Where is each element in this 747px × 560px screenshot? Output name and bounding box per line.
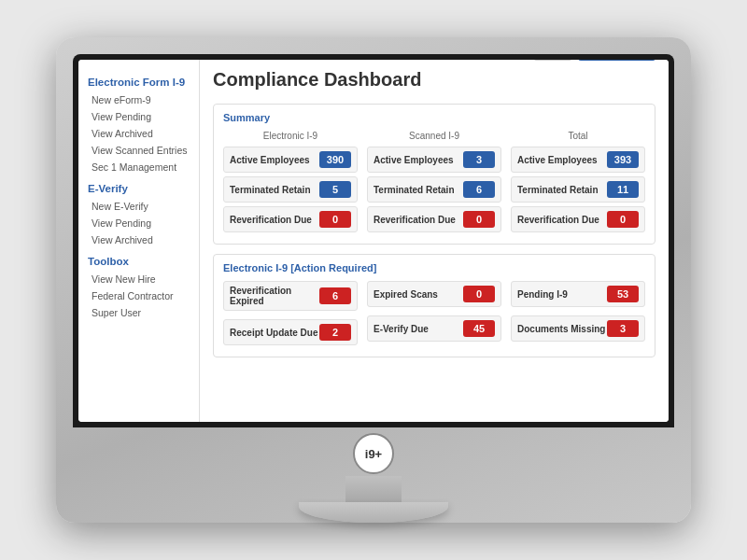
sidebar-link-new-eform[interactable]: New eForm-9: [78, 91, 199, 108]
stat-label: Reverification Expired: [230, 286, 319, 306]
stat-row: Documents Missing 3: [511, 315, 645, 342]
stat-row: Reverification Expired 6: [223, 281, 358, 311]
stat-badge[interactable]: 6: [463, 181, 495, 198]
sidebar: Electronic Form I-9 New eForm-9 View Pen…: [78, 60, 200, 422]
summary-col-header-2: Total: [511, 131, 645, 141]
stat-badge[interactable]: 5: [319, 181, 351, 198]
stat-badge[interactable]: 393: [607, 151, 639, 168]
action-required-label: Electronic I-9 [Action Required]: [223, 262, 645, 273]
sidebar-link-view-pending-2[interactable]: View Pending: [78, 215, 199, 231]
sidebar-link-federal[interactable]: Federal Contractor: [78, 287, 199, 304]
sidebar-section-toolbox: Toolbox: [78, 248, 199, 271]
stat-row: E-Verify Due 45: [367, 315, 501, 342]
summary-label: Summary: [223, 112, 645, 123]
stat-row: Active Employees 393: [511, 147, 645, 173]
stat-badge[interactable]: 0: [463, 286, 495, 302]
stat-row: Reverification Due 0: [223, 206, 358, 232]
summary-col-header-1: Scanned I-9: [367, 131, 501, 141]
monitor-bezel: Electronic Form I-9 New eForm-9 View Pen…: [73, 54, 674, 427]
summary-section: Summary Electronic I-9 Active Employees …: [213, 104, 655, 245]
stat-row: Reverification Due 0: [367, 206, 501, 232]
stat-label: Active Employees: [517, 155, 607, 165]
hierarchy-view-button[interactable]: Hierarchy View: [578, 60, 655, 61]
action-grid: Reverification Expired 6 Receipt Update …: [223, 281, 645, 349]
summary-grid: Electronic I-9 Active Employees 390 Term…: [223, 131, 645, 236]
stat-label: Receipt Update Due: [230, 328, 319, 338]
sidebar-link-view-scanned[interactable]: View Scanned Entries: [78, 142, 199, 159]
stat-label: Pending I-9: [517, 289, 607, 300]
action-required-section: Electronic I-9 [Action Required] Reverif…: [213, 254, 655, 357]
stat-badge[interactable]: 2: [319, 324, 351, 341]
stat-row: Terminated Retain 11: [511, 176, 645, 203]
summary-col-electronic: Electronic I-9 Active Employees 390 Term…: [223, 131, 358, 236]
stat-label: E-Verify Due: [374, 324, 463, 334]
stat-label: Expired Scans: [374, 289, 463, 300]
sidebar-link-sec1[interactable]: Sec 1 Management: [78, 159, 199, 175]
sidebar-link-new-everify[interactable]: New E-Verify: [78, 198, 199, 215]
stat-label: Terminated Retain: [374, 185, 463, 195]
stat-badge[interactable]: 0: [607, 211, 639, 228]
stat-row: Pending I-9 53: [511, 281, 645, 307]
stat-row: Active Employees 390: [223, 147, 358, 173]
sidebar-link-new-hire[interactable]: View New Hire: [78, 271, 199, 287]
stat-label: Terminated Retain: [230, 185, 319, 195]
stat-row: Receipt Update Due 2: [223, 319, 358, 345]
stat-badge[interactable]: 6: [319, 287, 351, 304]
stat-label: Reverification Due: [230, 215, 319, 225]
stat-badge[interactable]: 0: [319, 211, 351, 228]
sidebar-section-electronic: Electronic Form I-9: [78, 69, 199, 91]
stat-badge[interactable]: 0: [463, 211, 495, 228]
sidebar-link-view-archived-2[interactable]: View Archived: [78, 231, 199, 248]
summary-col-scanned: Scanned I-9 Active Employees 3 Terminate…: [367, 131, 501, 236]
action-col-2: Pending I-9 53 Documents Missing 3: [511, 281, 645, 349]
sidebar-link-super-user[interactable]: Super User: [78, 304, 199, 321]
stat-label: Active Employees: [230, 155, 319, 165]
stat-badge[interactable]: 11: [607, 181, 639, 198]
stat-label: Reverification Due: [374, 215, 463, 225]
view-toggle: Company View All Hierarchy View: [465, 60, 655, 61]
summary-col-header-0: Electronic I-9: [223, 131, 358, 141]
stat-label: Terminated Retain: [517, 185, 607, 195]
summary-col-total: Total Active Employees 393 Terminated Re…: [511, 131, 645, 236]
monitor-screen: Electronic Form I-9 New eForm-9 View Pen…: [78, 60, 669, 422]
stat-label: Reverification Due: [517, 215, 607, 225]
stat-row: Active Employees 3: [367, 147, 501, 173]
action-col-1: Expired Scans 0 E-Verify Due 45: [367, 281, 501, 349]
stat-row: Reverification Due 0: [511, 206, 645, 232]
stat-badge[interactable]: 45: [463, 320, 495, 337]
monitor-base: [299, 502, 448, 523]
sidebar-section-everify: E-Verify: [78, 175, 199, 198]
stat-badge[interactable]: 3: [463, 151, 495, 168]
action-col-0: Reverification Expired 6 Receipt Update …: [223, 281, 358, 349]
stat-badge[interactable]: 53: [607, 286, 639, 302]
stat-badge[interactable]: 390: [319, 151, 351, 168]
stat-badge[interactable]: 3: [607, 320, 639, 337]
monitor-stand-neck: [345, 476, 402, 502]
stat-label: Documents Missing: [517, 324, 607, 334]
stat-label: Active Employees: [374, 155, 463, 165]
page-title: Compliance Dashboard: [213, 69, 421, 91]
company-dropdown[interactable]: All: [533, 60, 572, 61]
main-content: Compliance Dashboard Company View All Hi…: [200, 60, 669, 422]
sidebar-link-view-pending-1[interactable]: View Pending: [78, 108, 199, 125]
stat-row: Terminated Retain 5: [223, 176, 358, 203]
stat-row: Expired Scans 0: [367, 281, 501, 307]
sidebar-link-view-archived-1[interactable]: View Archived: [78, 125, 199, 142]
stat-row: Terminated Retain 6: [367, 176, 501, 203]
monitor: Electronic Form I-9 New eForm-9 View Pen…: [56, 37, 691, 523]
monitor-logo: i9+: [353, 433, 394, 474]
